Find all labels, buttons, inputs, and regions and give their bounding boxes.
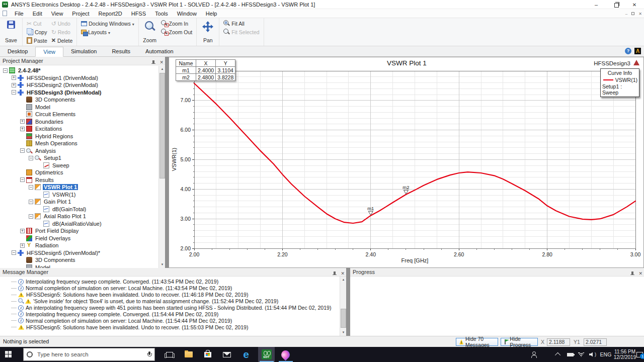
docking-windows-button[interactable]: Docking Windows <box>79 19 136 28</box>
tab-results[interactable]: Results <box>104 47 138 56</box>
redo-button[interactable]: Redo <box>49 28 75 36</box>
marker-table[interactable]: NameXYm12.40003.1104m22.48003.8228 <box>176 59 235 81</box>
menu-view[interactable]: View <box>47 9 68 18</box>
tree-item[interactable]: −VSWR Plot 1 <box>0 184 158 191</box>
tree-item[interactable]: +Port Field Display <box>0 227 158 235</box>
tree-item[interactable]: Hybrid Regions <box>0 133 158 140</box>
layouts-button[interactable]: Layouts <box>79 28 136 36</box>
tree-item[interactable]: +HFSSDesign1 (DrivenModal) <box>0 74 158 82</box>
tree-item[interactable]: −Axial Ratio Plot 1 <box>0 213 158 220</box>
microsoft-store-button[interactable] <box>198 347 217 362</box>
tree-item[interactable]: VSWR(1) <box>0 191 158 199</box>
message-row[interactable]: iNormal completion of simulation on serv… <box>11 285 339 292</box>
network-indicator[interactable] <box>576 347 587 362</box>
menu-tools[interactable]: Tools <box>150 9 173 18</box>
paste-button[interactable]: Paste <box>25 36 49 45</box>
tab-automation[interactable]: Automation <box>138 47 181 56</box>
tree-item[interactable]: −Analysis <box>0 147 158 155</box>
tree-item[interactable]: Sweep <box>0 162 158 169</box>
tree-item[interactable]: Model <box>0 104 158 111</box>
close-icon[interactable] <box>638 269 642 278</box>
clock[interactable]: 11:56 PM 12/2/2019 <box>613 347 637 362</box>
x-coordinate-field[interactable]: 2.1188 <box>547 338 570 346</box>
tree-item[interactable]: −2.4-2.48* <box>0 67 158 74</box>
paint3d-taskbar-button[interactable] <box>277 347 294 362</box>
collapse-icon[interactable]: − <box>12 90 16 95</box>
tree-item[interactable]: 3D Components <box>0 96 158 104</box>
tree-item[interactable]: Circuit Elements <box>0 111 158 118</box>
pin-icon[interactable] <box>630 271 635 277</box>
collapse-icon[interactable]: − <box>29 185 33 190</box>
tree-item[interactable]: −HFSSDesign3 (DrivenModal) <box>0 89 158 97</box>
save-button[interactable]: Save <box>2 19 20 44</box>
message-scrollbar[interactable]: ▲ ▼ <box>340 277 346 336</box>
collapse-icon[interactable]: − <box>29 214 33 219</box>
collapse-icon[interactable]: − <box>29 156 33 160</box>
collapse-icon[interactable]: − <box>20 177 25 182</box>
message-row[interactable]: iAn interpolating frequency sweep with 4… <box>11 305 339 311</box>
tree-item[interactable]: Optimetrics <box>0 169 158 176</box>
scroll-down-icon[interactable]: ▼ <box>159 261 166 268</box>
tree-item[interactable]: Mesh Operations <box>0 140 158 147</box>
delete-button[interactable]: Delete <box>49 36 75 45</box>
scroll-up-icon[interactable]: ▲ <box>159 66 166 72</box>
message-row[interactable]: !'Solve inside' for object 'Box4' is uns… <box>11 298 339 305</box>
project-tree-scrollbar[interactable]: ▲ ▼ <box>158 66 165 268</box>
tree-item[interactable]: Field Overlays <box>0 235 158 242</box>
tab-simulation[interactable]: Simulation <box>63 47 104 56</box>
close-button[interactable] <box>625 0 644 9</box>
menu-report2d[interactable]: Report2D <box>94 9 127 18</box>
menu-help[interactable]: Help <box>201 9 222 18</box>
menu-file[interactable]: File <box>10 9 28 18</box>
menu-window[interactable]: Window <box>173 9 201 18</box>
message-row[interactable]: iInterpolating frequency sweep complete.… <box>11 311 339 317</box>
expand-icon[interactable]: + <box>20 127 25 131</box>
people-button[interactable] <box>527 347 540 362</box>
mdi-restore-button[interactable] <box>631 12 634 15</box>
collapse-icon[interactable]: − <box>3 68 8 73</box>
menu-project[interactable]: Project <box>67 9 94 18</box>
message-row[interactable]: !HFSSDesign5: Solutions have been invali… <box>11 324 339 330</box>
menu-hfss[interactable]: HFSS <box>127 9 150 18</box>
edge-button[interactable]: e <box>236 347 256 362</box>
pan-button[interactable]: Pan <box>199 19 217 44</box>
expand-icon[interactable]: + <box>12 75 16 80</box>
scrollbar-thumb[interactable] <box>159 73 165 178</box>
collapse-icon[interactable]: − <box>29 200 33 204</box>
fit-selected-button[interactable]: Fit Selected <box>221 28 261 36</box>
zoom-out-button[interactable]: − Zoom Out <box>159 28 195 36</box>
help-icon[interactable]: ? <box>625 48 631 54</box>
show-hidden-icons-button[interactable] <box>553 347 564 362</box>
zoom-button[interactable]: Zoom <box>141 19 159 44</box>
tree-item[interactable]: −Setup1 <box>0 154 158 162</box>
scroll-down-icon[interactable]: ▼ <box>340 329 347 336</box>
language-indicator[interactable]: ENG <box>599 347 613 362</box>
pin-icon[interactable] <box>333 271 337 277</box>
tree-item[interactable]: +Excitations <box>0 125 158 133</box>
fit-all-button[interactable]: Fit All <box>221 19 261 28</box>
file-explorer-button[interactable] <box>179 347 198 362</box>
tree-item[interactable]: −Gain Plot 1 <box>0 198 158 206</box>
hide-messages-button[interactable]: ! Hide 70 Messages <box>456 338 498 346</box>
tree-item[interactable]: 3D Components <box>0 256 158 264</box>
tab-view[interactable]: View <box>35 47 63 57</box>
scroll-up-icon[interactable]: ▲ <box>340 277 347 283</box>
minimize-button[interactable] <box>587 0 606 9</box>
pin-icon[interactable] <box>151 60 156 65</box>
action-center-button[interactable]: 1 <box>635 347 644 362</box>
tree-item[interactable]: Model <box>0 264 158 268</box>
expand-icon[interactable]: + <box>20 243 25 248</box>
tree-item[interactable]: dB(GainTotal) <box>0 206 158 213</box>
tree-item[interactable]: +Radiation <box>0 242 158 249</box>
message-row[interactable]: iNormal completion of simulation on serv… <box>11 317 339 324</box>
restore-button[interactable] <box>606 0 625 9</box>
microphone-icon[interactable] <box>147 351 151 358</box>
y1-coordinate-field[interactable]: 2.0271 <box>584 338 607 346</box>
tab-desktop[interactable]: Desktop <box>0 47 35 56</box>
tree-item[interactable]: +Boundaries <box>0 118 158 126</box>
cut-button[interactable]: Cut <box>25 19 49 28</box>
tree-item[interactable]: +HFSSDesign2 (DrivenModal) <box>0 81 158 89</box>
legend[interactable]: Curve Info VSWR(1) Setup1 : Sweep <box>600 68 639 97</box>
search-input[interactable] <box>36 351 143 358</box>
tree-item[interactable]: dB(AxialRatioValue) <box>0 220 158 228</box>
